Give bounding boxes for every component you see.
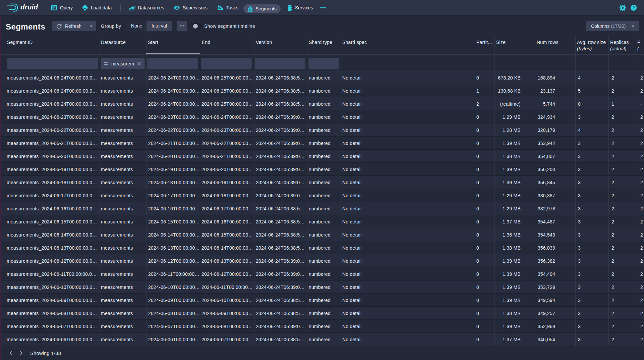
svg-text:?: ? [632,6,635,10]
